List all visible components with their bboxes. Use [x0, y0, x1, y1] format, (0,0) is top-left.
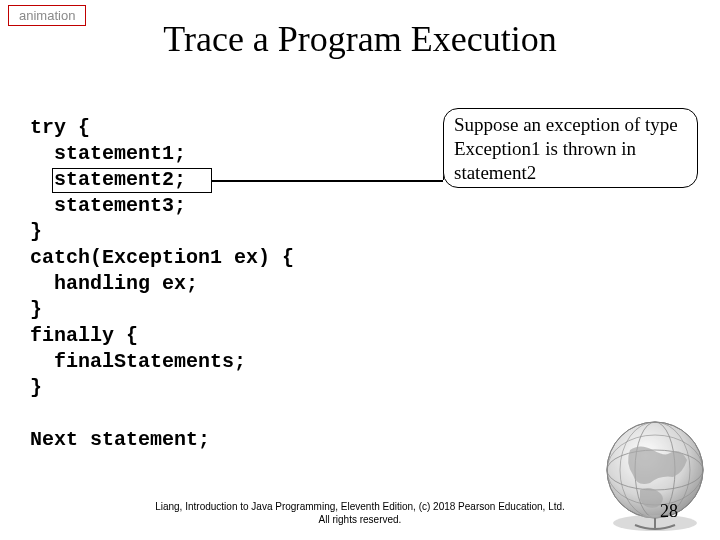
footer-attribution: Liang, Introduction to Java Programming,…: [0, 500, 720, 526]
code-line: }: [30, 220, 42, 243]
connector-line: [212, 180, 443, 182]
code-line: }: [30, 298, 42, 321]
code-line: try {: [30, 116, 90, 139]
code-line: finalStatements;: [30, 350, 246, 373]
code-line: handling ex;: [30, 272, 198, 295]
code-line: statement1;: [30, 142, 186, 165]
code-line: Next statement;: [30, 428, 210, 451]
page-number: 28: [660, 501, 678, 522]
code-line: }: [30, 376, 42, 399]
code-block: try { statement1; statement2; statement3…: [30, 115, 294, 453]
code-line: finally {: [30, 324, 138, 347]
slide-title: Trace a Program Execution: [0, 18, 720, 60]
footer-line: Liang, Introduction to Java Programming,…: [155, 501, 565, 512]
highlight-box: [52, 168, 212, 193]
code-line: catch(Exception1 ex) {: [30, 246, 294, 269]
footer-line: All rights reserved.: [319, 514, 402, 525]
callout-box: Suppose an exception of type Exception1 …: [443, 108, 698, 188]
code-line: statement3;: [30, 194, 186, 217]
